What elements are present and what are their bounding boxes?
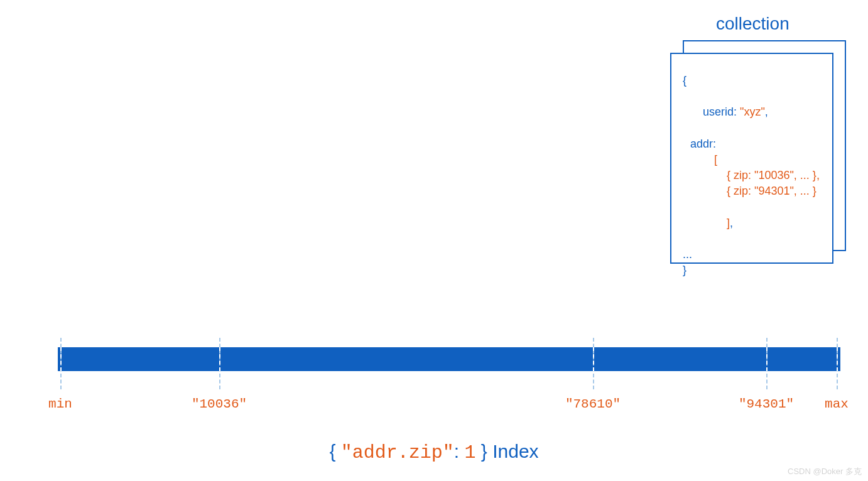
tick-white-4 xyxy=(837,347,838,371)
doc-userid-key: userid: xyxy=(703,105,737,118)
doc-trailing-comma: , xyxy=(730,217,733,229)
document-card-front: { userid: "xyz", addr: [ { zip: "10036",… xyxy=(670,53,833,264)
doc-userid-val: "xyz" xyxy=(737,105,765,118)
doc-comma-1: , xyxy=(765,105,768,118)
tick-white-2 xyxy=(593,347,594,371)
index-bar-fill xyxy=(58,347,840,371)
index-key: "addr.zip" xyxy=(341,442,454,463)
doc-close-brace: } xyxy=(683,262,821,278)
doc-zip-1: { zip: "10036", ... }, xyxy=(683,168,821,183)
doc-userid-line: userid: "xyz", xyxy=(683,89,821,136)
doc-arr-open: [ xyxy=(683,152,821,168)
watermark: CSDN @Doker 多克 xyxy=(788,466,862,477)
tick-label-2: "78610" xyxy=(565,397,621,411)
doc-arr-close-line: ], xyxy=(683,200,821,247)
tick-label-4: max xyxy=(825,397,849,411)
tick-white-3 xyxy=(766,347,768,371)
tick-white-0 xyxy=(60,347,62,371)
tick-label-3: "94301" xyxy=(739,397,794,411)
tick-label-1: "10036" xyxy=(192,397,247,411)
tick-white-1 xyxy=(219,347,220,371)
tick-label-0: min xyxy=(48,397,72,411)
collection-label: collection xyxy=(716,14,789,34)
doc-ellipsis: ... xyxy=(683,247,821,262)
index-spec-label: { "addr.zip": 1 } Index xyxy=(0,441,868,463)
index-bar xyxy=(58,347,840,371)
index-open: { xyxy=(329,441,340,462)
index-value: 1 xyxy=(464,442,475,463)
doc-addr-key: addr: xyxy=(683,136,821,152)
doc-open-brace: { xyxy=(683,73,821,89)
index-close: } xyxy=(475,441,487,462)
index-colon: : xyxy=(454,441,465,462)
doc-zip-2: { zip: "94301", ... } xyxy=(683,183,821,199)
index-word: Index xyxy=(487,441,539,462)
